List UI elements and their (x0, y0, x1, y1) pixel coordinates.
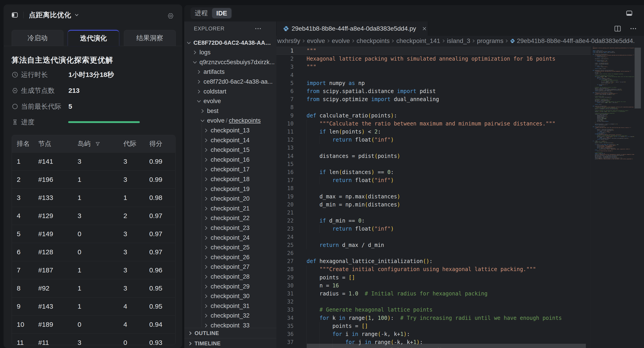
split-editor-button[interactable] (613, 24, 622, 33)
table-cell: 0.97 (149, 212, 162, 220)
chevron-right-icon (203, 206, 209, 211)
tab-evolution[interactable]: 迭代演化 (68, 30, 119, 46)
table-cell: 0 (78, 230, 82, 238)
code-line: 14 distances = pdist(points) (276, 152, 590, 160)
line-number: 2 (276, 55, 294, 63)
tree-item-best[interactable]: best (184, 106, 276, 116)
tree-item-checkpoint_14[interactable]: checkpoint_14 (184, 135, 276, 145)
tree-item-checkpoint_32[interactable]: checkpoint_32 (184, 311, 276, 321)
tree-item-checkpoint_20[interactable]: checkpoint_20 (184, 194, 276, 204)
tree-item-label: checkpoint_31 (211, 302, 250, 310)
breadcrumb-item[interactable]: island_3 (447, 37, 470, 44)
breadcrumb-item[interactable]: wxhrs9y (277, 37, 300, 44)
tree-item-checkpoint_23[interactable]: checkpoint_23 (184, 223, 276, 233)
table-row[interactable]: 10#189040.94 (12, 316, 175, 334)
code-text: """ (306, 63, 316, 71)
indent-guide (306, 233, 307, 241)
tree-item-checkpoint_17[interactable]: checkpoint_17 (184, 164, 276, 174)
tree-item-checkpoint_21[interactable]: checkpoint_21 (184, 204, 276, 213)
breadcrumb-file[interactable]: 29eb41b8-8b8e-44ff-a8e4-0da8383e5dd4. (510, 37, 634, 44)
explorer-header: EXPLORER (184, 22, 276, 36)
filter-icon[interactable] (95, 141, 100, 146)
toggle-option-process[interactable]: 进程 (190, 9, 212, 18)
code-editor[interactable]: 1"""2Hexagonal lattice packing with simu… (276, 46, 590, 348)
column-header-island[interactable]: 岛屿 (78, 139, 90, 148)
table-row[interactable]: 3#133110.98 (12, 189, 175, 207)
explorer-more-button[interactable] (255, 26, 262, 31)
tree-item-checkpoint_28[interactable]: checkpoint_28 (184, 272, 276, 282)
table-cell: 5 (17, 230, 20, 238)
indent-guide (306, 160, 307, 168)
tab-coldstart[interactable]: 冷启动 (12, 30, 64, 46)
minimap[interactable]: """Hexagonal lattice packing with simula… (590, 46, 634, 348)
tree-item-CE8F72D0-6AC2-4A38-AA41-...[interactable]: CE8F72D0-6AC2-4A38-AA41-... (184, 38, 276, 48)
breadcrumb-item[interactable]: checkpoints (357, 37, 390, 44)
sidebar-toggle-button[interactable] (8, 9, 21, 21)
tabstrip-actions (613, 22, 638, 36)
hexagon-nut-icon (167, 12, 174, 19)
toggle-option-ide[interactable]: IDE (212, 8, 232, 18)
tree-item-checkpoint_16[interactable]: checkpoint_16 (184, 155, 276, 164)
tree-item-checkpoint_22[interactable]: checkpoint_22 (184, 213, 276, 223)
tree-item-checkpoint_13[interactable]: checkpoint_13 (184, 126, 276, 135)
table-row[interactable]: 5#149030.97 (12, 225, 175, 243)
timeline-section[interactable]: TIMELINE (184, 338, 276, 348)
code-text: points = [] (306, 322, 368, 330)
tree-item-q9rznzvcc5esbuiys7dxirzk...[interactable]: q9rznzvcc5esbuiys7dxirzk... (184, 57, 276, 67)
table-cell: #149 (38, 230, 53, 238)
table-row[interactable]: 11#11300.93 (12, 334, 175, 345)
table-row[interactable]: 1#141330.99 (12, 152, 175, 171)
stat-value: 5 (68, 103, 72, 110)
outline-section[interactable]: OUTLINE (184, 328, 276, 338)
horizontal-scrollbar[interactable] (307, 344, 586, 348)
tree-item-evolve-checkpoints[interactable]: evolve/checkpoints (184, 116, 276, 126)
vertical-scrollbar[interactable] (634, 48, 641, 108)
breadcrumb-item[interactable]: programs (477, 37, 503, 44)
table-row[interactable]: 8#92130.95 (12, 279, 175, 298)
column-header-score[interactable]: 得分 (149, 139, 162, 148)
editor-tab-active[interactable]: 29eb41b8-8b8e-44ff-a8e4-0da8383e5dd4.py (277, 22, 428, 36)
tree-item-checkpoint_25[interactable]: checkpoint_25 (184, 243, 276, 252)
settings-button[interactable] (164, 10, 177, 22)
tree-item-evolve[interactable]: evolve (184, 96, 276, 106)
breadcrumb-items: wxhrs9yevolveevolvecheckpointscheckpoint… (277, 37, 634, 44)
tree-item-artifacts[interactable]: artifacts (184, 67, 276, 77)
tab-close-button[interactable] (421, 25, 428, 32)
table-row[interactable]: 9#143140.95 (12, 298, 175, 316)
line-number: 25 (276, 241, 294, 249)
project-switcher[interactable]: 点距离比优化 (29, 10, 79, 20)
tab-insights[interactable]: 结果洞察 (124, 30, 176, 46)
table-row[interactable]: 2#196130.99 (12, 171, 175, 189)
fullscreen-button[interactable] (624, 8, 634, 18)
tree-item-checkpoint_15[interactable]: checkpoint_15 (184, 145, 276, 155)
editor-more-button[interactable] (629, 24, 638, 33)
tree-item-label: checkpoint_27 (211, 264, 250, 270)
code-line: 29 points = [] (276, 274, 590, 282)
table-cell: 11 (17, 339, 24, 345)
tree-item-checkpoint_24[interactable]: checkpoint_24 (184, 233, 276, 243)
table-row[interactable]: 6#128030.97 (12, 243, 175, 261)
tree-item-checkpoint_29[interactable]: checkpoint_29 (184, 282, 276, 292)
tree-item-ce8f72d0-6ac2-4a38-aa...[interactable]: ce8f72d0-6ac2-4a38-aa... (184, 77, 276, 86)
code-text: from scipy.spatial.distance import pdist (306, 87, 436, 95)
tree-item-logs[interactable]: logs (184, 48, 276, 58)
tree-item-checkpoint_33[interactable]: checkpoint_33 (184, 320, 276, 328)
tree-item-checkpoint_27[interactable]: checkpoint_27 (184, 262, 276, 272)
breadcrumb-item[interactable]: checkpoint_141 (396, 37, 440, 44)
tree-item-checkpoint_30[interactable]: checkpoint_30 (184, 292, 276, 301)
tree-item-checkpoint_19[interactable]: checkpoint_19 (184, 184, 276, 194)
tree-item-checkpoint_31[interactable]: checkpoint_31 (184, 301, 276, 311)
tree-item-checkpoint_26[interactable]: checkpoint_26 (184, 252, 276, 262)
breadcrumb-item[interactable]: evolve (307, 37, 325, 44)
tab-label: 冷启动 (28, 34, 48, 43)
table-row[interactable]: 4#129320.97 (12, 207, 175, 225)
tree-item-coldstart[interactable]: coldstart (184, 86, 276, 96)
breadcrumb-item[interactable]: evolve (332, 37, 350, 44)
code-text: points = [] (306, 274, 355, 282)
breadcrumb-separator (300, 39, 307, 43)
column-header-rank[interactable]: 排名 (17, 139, 30, 148)
table-row[interactable]: 7#187130.96 (12, 261, 175, 279)
tree-item-checkpoint_18[interactable]: checkpoint_18 (184, 174, 276, 184)
column-header-node[interactable]: 节点 (38, 139, 51, 148)
column-header-generation[interactable]: 代际 (124, 139, 136, 148)
